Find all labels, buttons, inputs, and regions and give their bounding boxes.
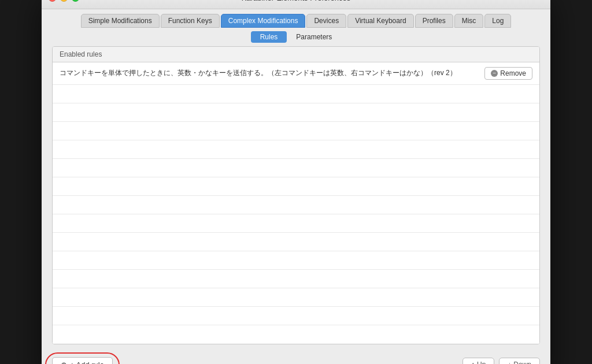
table-row: コマンドキーを単体で押したときに、英数・かなキーを送信する。（左コマンドキーは英…	[53, 62, 539, 85]
tab-log[interactable]: Log	[484, 14, 511, 28]
content-area: Enabled rules コマンドキーを単体で押したときに、英数・かなキーを送…	[42, 46, 550, 351]
add-rule-label: + Add rule	[70, 361, 104, 365]
sub-tab-bar: Rules Parameters	[42, 28, 550, 46]
empty-rows	[53, 85, 539, 344]
remove-button[interactable]: − Remove	[484, 67, 532, 80]
table-row	[53, 159, 539, 177]
add-rule-button[interactable]: ⊕ + Add rule	[52, 357, 113, 365]
bottom-bar: ⊕ + Add rule ↑ Up ↓ Down	[42, 351, 550, 365]
table-row	[53, 122, 539, 140]
maximize-button[interactable]	[72, 0, 79, 2]
table-row	[53, 103, 539, 122]
add-icon: ⊕	[61, 361, 67, 365]
remove-icon: −	[491, 70, 498, 77]
table-row	[53, 214, 539, 233]
table-row	[53, 233, 539, 251]
tab-function-keys[interactable]: Function Keys	[161, 14, 220, 28]
add-rule-wrapper: ⊕ + Add rule	[52, 357, 113, 365]
table-row	[53, 288, 539, 307]
close-button[interactable]	[49, 0, 56, 2]
tab-devices[interactable]: Devices	[306, 14, 346, 28]
table-row	[53, 140, 539, 159]
tab-bar: Simple Modifications Function Keys Compl…	[42, 9, 550, 28]
main-window: Karabiner-Elements Preferences Simple Mo…	[42, 0, 550, 364]
tab-profiles[interactable]: Profiles	[415, 14, 453, 28]
window-title: Karabiner-Elements Preferences	[242, 0, 351, 2]
down-button[interactable]: ↓ Down	[499, 358, 540, 364]
tab-virtual-keyboard[interactable]: Virtual Keyboard	[347, 14, 414, 28]
up-icon: ↑	[471, 361, 475, 364]
tab-complex-modifications[interactable]: Complex Modifications	[221, 14, 306, 28]
table-row	[53, 325, 539, 344]
up-label: Up	[477, 361, 486, 364]
down-label: Down	[513, 361, 531, 364]
table-row	[53, 177, 539, 196]
traffic-lights	[49, 0, 79, 2]
nav-buttons: ↑ Up ↓ Down	[462, 358, 540, 364]
table-row	[53, 270, 539, 288]
rules-table: Enabled rules コマンドキーを単体で押したときに、英数・かなキーを送…	[52, 46, 540, 344]
remove-label: Remove	[500, 69, 526, 77]
tab-misc[interactable]: Misc	[454, 14, 484, 28]
subtab-rules[interactable]: Rules	[251, 31, 287, 43]
table-row	[53, 307, 539, 325]
down-icon: ↓	[508, 361, 511, 364]
up-button[interactable]: ↑ Up	[462, 358, 494, 364]
table-row	[53, 251, 539, 270]
table-row	[53, 196, 539, 214]
table-header: Enabled rules	[53, 47, 539, 62]
rule-text: コマンドキーを単体で押したときに、英数・かなキーを送信する。（左コマンドキーは英…	[60, 68, 484, 78]
subtab-parameters[interactable]: Parameters	[287, 31, 341, 43]
tab-simple-modifications[interactable]: Simple Modifications	[81, 14, 160, 28]
minimize-button[interactable]	[60, 0, 68, 2]
titlebar: Karabiner-Elements Preferences	[42, 0, 550, 9]
table-row	[53, 85, 539, 103]
